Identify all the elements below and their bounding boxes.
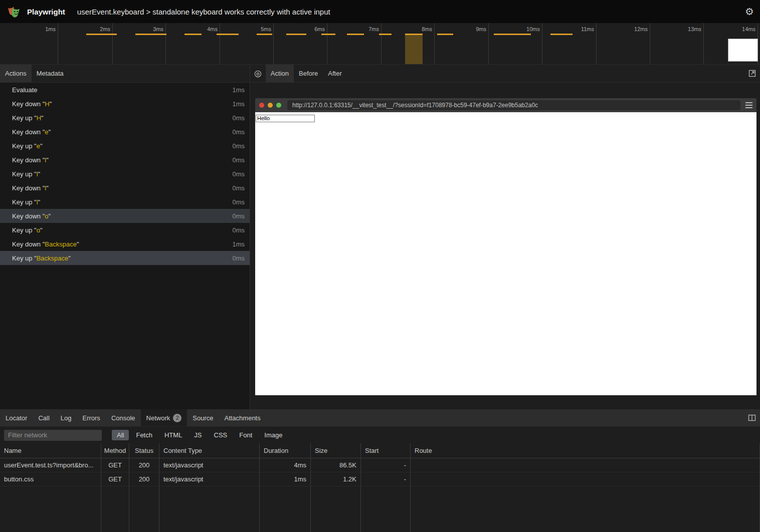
table-cell[interactable]: - (361, 458, 411, 472)
timeline-tick-label: 12ms (634, 26, 648, 32)
action-row[interactable]: Key up "l"0ms (0, 167, 250, 181)
timeline-gridline (381, 23, 382, 64)
filter-chip-js[interactable]: JS (189, 430, 207, 440)
table-cell[interactable]: text/javascript (159, 472, 260, 486)
tab-metadata[interactable]: Metadata (32, 65, 69, 82)
filter-chip-fetch[interactable]: Fetch (131, 430, 157, 440)
traffic-lights-icon (259, 103, 281, 108)
action-duration: 0ms (232, 114, 245, 122)
table-cell[interactable]: GET (101, 472, 129, 486)
timeline-tick-label: 1ms (45, 26, 56, 32)
table-cell[interactable]: - (361, 472, 411, 486)
tab-before[interactable]: Before (294, 65, 323, 82)
tab-source[interactable]: Source (187, 409, 219, 426)
action-duration: 0ms (232, 128, 245, 136)
action-row[interactable]: Key down "l"0ms (0, 181, 250, 195)
page-url: http://127.0.0.1:63315/__vitest_test__/?… (292, 102, 538, 109)
split-view-icon[interactable] (744, 409, 760, 426)
timeline-action-bar[interactable] (550, 34, 573, 35)
action-row[interactable]: Key up "Backspace"0ms (0, 251, 250, 265)
browser-chrome: http://127.0.0.1:63315/__vitest_test__/?… (255, 98, 756, 112)
app-title: Playwright (27, 8, 65, 16)
tab-network[interactable]: Network2 (141, 409, 187, 426)
table-cell[interactable] (411, 472, 760, 486)
tab-call[interactable]: Call (33, 409, 55, 426)
table-cell[interactable]: 4ms (260, 458, 311, 472)
table-cell[interactable]: 86.5K (311, 458, 361, 472)
tab-attachments[interactable]: Attachments (219, 409, 266, 426)
table-cell[interactable]: 1ms (260, 472, 311, 486)
tab-action[interactable]: Action (266, 65, 294, 82)
tab-actions[interactable]: Actions (0, 65, 32, 82)
action-key-value: l (45, 156, 46, 164)
table-cell[interactable]: button.css (0, 472, 101, 486)
timeline-action-bar[interactable] (86, 34, 117, 35)
timeline-selected-range[interactable] (405, 34, 423, 64)
tab-label: Actions (5, 70, 27, 77)
action-row[interactable]: Evaluate1ms (0, 83, 250, 97)
timeline-action-bar[interactable] (135, 34, 166, 35)
action-key-value: e (45, 128, 48, 136)
tab-label: Log (61, 414, 72, 422)
action-row[interactable]: Key up "l"0ms (0, 195, 250, 209)
tab-console[interactable]: Console (106, 409, 141, 426)
timeline-action-bar[interactable] (437, 34, 453, 35)
action-row[interactable]: Key down "Backspace"1ms (0, 237, 250, 251)
tab-after[interactable]: After (323, 65, 346, 82)
action-row[interactable]: Key up "e"0ms (0, 139, 250, 153)
filter-chip-all[interactable]: All (112, 430, 129, 440)
action-title: Key down "e" (12, 128, 232, 136)
timeline-action-bar[interactable] (405, 34, 423, 35)
table-cell[interactable]: 200 (129, 472, 159, 486)
filter-chip-html[interactable]: HTML (159, 430, 187, 440)
table-cell[interactable]: 1.2K (311, 472, 361, 486)
filter-chip-font[interactable]: Font (234, 430, 257, 440)
timeline-tick-label: 14ms (742, 26, 755, 32)
timeline-action-bar[interactable] (184, 34, 202, 35)
playwright-logo-icon (6, 4, 22, 20)
timeline-action-bar[interactable] (217, 34, 239, 35)
timeline-action-bar[interactable] (379, 34, 392, 35)
action-row[interactable]: Key down "l"0ms (0, 153, 250, 167)
table-filler-cell (411, 486, 760, 532)
table-cell[interactable]: GET (101, 458, 129, 472)
action-row[interactable]: Key down "e"0ms (0, 125, 250, 139)
column-header-size: Size (311, 443, 361, 458)
timeline-strip[interactable]: 1ms2ms3ms4ms5ms6ms7ms8ms9ms10ms11ms12ms1… (0, 23, 760, 65)
timeline-gridline (165, 23, 166, 64)
action-duration: 0ms (232, 170, 245, 178)
action-row[interactable]: Key up "H"0ms (0, 111, 250, 125)
column-header-route: Route (411, 443, 760, 458)
timeline-action-bar[interactable] (347, 34, 364, 35)
timeline-action-bar[interactable] (257, 34, 272, 35)
column-header-status: Status (129, 443, 159, 458)
tab-label: Before (299, 70, 318, 77)
filter-chip-css[interactable]: CSS (209, 430, 233, 440)
action-key-value: l (37, 198, 38, 206)
timeline-action-bar[interactable] (321, 34, 335, 35)
network-filterbar: AllFetchHTMLJSCSSFontImage (0, 427, 760, 443)
timeline-screenshot-thumbnail[interactable] (728, 39, 758, 62)
tab-locator[interactable]: Locator (0, 409, 33, 426)
tab-log[interactable]: Log (55, 409, 77, 426)
table-cell[interactable]: userEvent.test.ts?import&bro... (0, 458, 101, 472)
table-cell[interactable]: text/javascript (159, 458, 260, 472)
action-row[interactable]: Key down "o"0ms (0, 209, 250, 223)
tab-label: After (328, 70, 341, 77)
table-cell[interactable] (411, 458, 760, 472)
timeline-action-bar[interactable] (286, 34, 306, 35)
column-header-content-type: Content Type (159, 443, 260, 458)
action-row[interactable]: Key down "H"1ms (0, 97, 250, 111)
settings-gear-icon[interactable]: ⚙ (745, 7, 754, 17)
filter-chip-image[interactable]: Image (259, 430, 287, 440)
timeline-action-bar[interactable] (494, 34, 531, 35)
network-filter-input[interactable] (4, 430, 102, 441)
tab-errors[interactable]: Errors (77, 409, 105, 426)
action-row[interactable]: Key up "o"0ms (0, 223, 250, 237)
open-external-icon[interactable] (744, 65, 760, 82)
pick-locator-target-icon[interactable]: ◎ (254, 68, 262, 79)
table-cell[interactable]: 200 (129, 458, 159, 472)
action-key-value: H (45, 100, 49, 108)
column-header-duration: Duration (260, 443, 311, 458)
snapshot-text-input[interactable] (256, 115, 315, 122)
